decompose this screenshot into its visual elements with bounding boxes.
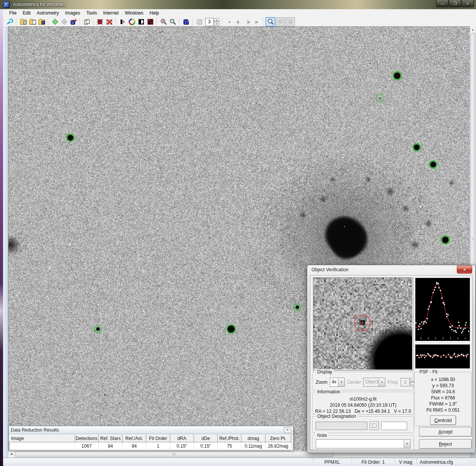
toolbar-separator [16,18,17,26]
note-combobox[interactable]: ▼ [316,439,411,448]
note-dropdown-icon[interactable]: ▼ [404,440,410,448]
zoom-out-button[interactable] [168,18,177,26]
load-images-button[interactable] [19,18,28,26]
ccd-settings-button[interactable] [146,18,155,26]
menu-item-help[interactable]: Help [147,9,162,17]
window-controls: — ❐ × [436,0,474,7]
delete-detections-button[interactable] [96,18,104,26]
frame-number-value[interactable]: 3 [205,18,214,26]
results-column-header: Ref. Stars [98,435,122,442]
psf-fit-line: x = 1086.50 [415,377,471,383]
resize-grip[interactable] [470,460,475,465]
horizontal-scroll-thumb[interactable] [15,451,333,457]
scroll-up-button[interactable]: ▲ [470,27,475,33]
centroid-button[interactable]: Centroid [430,415,456,425]
results-column-header: Zero Pt. [265,435,291,442]
scroll-left-button[interactable]: ◀ [8,451,14,457]
results-table: ImageDetectionsRef. StarsRef./Ast.Fit Or… [9,435,291,450]
results-column-header: Detections [75,435,98,442]
image-profile-button[interactable] [118,18,127,26]
results-row[interactable]: m100m2-g.fit1067848410.15"0.15"750.11mag… [10,442,291,450]
examine-tool-button[interactable] [266,17,275,26]
results-cell: 84 [98,442,122,450]
step-forward-button: ▶ [252,18,261,26]
results-cell: 1067 [75,442,98,450]
minimize-button[interactable]: — [436,0,448,7]
psf-fit-group-label: PSF - Fit [418,369,439,375]
menu-item-edit[interactable]: Edit [20,9,34,17]
app-icon [3,1,10,8]
dialog-title-bar[interactable]: Object Verification [307,265,475,275]
dialog-close-button[interactable]: x [457,266,472,274]
desktop-background-left [0,9,3,466]
blink-button[interactable] [182,18,191,26]
color-palette-button[interactable] [127,18,136,26]
toolbar-separator [156,18,157,26]
object-designation-label: Object Designation [316,414,357,419]
close-image-button[interactable] [105,18,114,26]
title-bar[interactable]: Astrometrica for Windows — ❐ × [0,0,476,9]
menu-item-images[interactable]: Images [62,9,83,17]
browse-designation-button[interactable] [370,421,379,430]
close-icon: × [466,2,469,6]
minimize-icon: — [440,2,444,6]
object-detection-button[interactable] [51,18,59,26]
results-cell: m100m2-g.fit [10,442,75,450]
blink-disabled-button [195,18,204,26]
dialog-close-icon: x [463,267,466,272]
residual-plot-frame [415,344,470,369]
information-line: m100m2-g.fit [313,396,414,402]
zoom-combobox[interactable]: 4x ▼ [330,378,345,387]
dialog-title: Object Verification [311,267,349,272]
designation-suffix-field[interactable] [381,422,407,430]
browse-icon [372,424,377,428]
known-objects-button[interactable] [69,18,78,26]
psf-profile-plot [416,278,469,340]
psf-fit-lines: x = 1086.50y = 593.73SNR = 24.6Flux = 87… [415,372,471,414]
results-column-header: Ref./Ast. [122,435,146,442]
note-group: Note ▼ [312,435,414,450]
record-icon: ● [228,20,230,24]
menu-item-file[interactable]: File [6,9,20,17]
maximize-button[interactable]: ❐ [449,0,461,7]
invert-display-button[interactable] [137,18,145,26]
load-new-image-button[interactable] [28,18,37,26]
zoom-dropdown-icon[interactable]: ▼ [338,378,344,386]
results-cell: 75 [218,442,241,450]
connect-button[interactable] [5,18,14,26]
play-button: ▕▶ [243,18,252,26]
data-reduction-results-panel: Data Reduction Results x ImageDetections… [8,426,293,451]
psf-residual-plot [416,345,469,368]
display-group-label: Display [316,369,334,375]
status-panel-3: V mag [395,458,417,466]
settings-button[interactable] [82,18,91,26]
zoom-in-button[interactable] [159,18,168,26]
information-group-label: Information [316,389,342,394]
frame-up-button[interactable]: ▲ [214,18,219,22]
frame-number-spinner[interactable]: 3 ▲ ▼ [205,18,219,26]
psf-fit-line: y = 593.73 [415,383,471,389]
results-title-bar[interactable]: Data Reduction Results x [9,426,293,434]
frame-down-button[interactable]: ▼ [214,22,219,26]
results-cell: 0.11mag [241,442,265,450]
results-close-button[interactable]: x [284,427,291,433]
close-button[interactable]: × [461,0,474,7]
object-designation-field [316,422,367,430]
psf-fit-line: Flux = 8766 [415,395,471,401]
maximize-icon: ❐ [453,2,457,6]
reject-button[interactable]: Reject [419,439,472,449]
menu-item-tools[interactable]: Tools [83,9,100,17]
results-close-icon: x [287,428,289,432]
toolbar-separator [116,18,116,26]
menu-item-windows[interactable]: Windows [122,9,147,17]
freq-value: 3 [401,378,410,386]
dialog-client-area: Display Zoom 4x ▼ Center Object ▼ Freq. … [310,275,473,450]
object-preview-canvas[interactable] [313,278,412,370]
load-star-catalog-button[interactable] [37,18,46,26]
accept-button[interactable]: Accept [419,427,472,437]
toolbar-separator [192,18,193,26]
object-detection-alt-button [60,18,68,26]
zoom-label: Zoom [316,380,328,385]
menu-item-astrometry[interactable]: Astrometry [34,9,62,17]
menu-item-internet[interactable]: Internet [100,9,122,17]
